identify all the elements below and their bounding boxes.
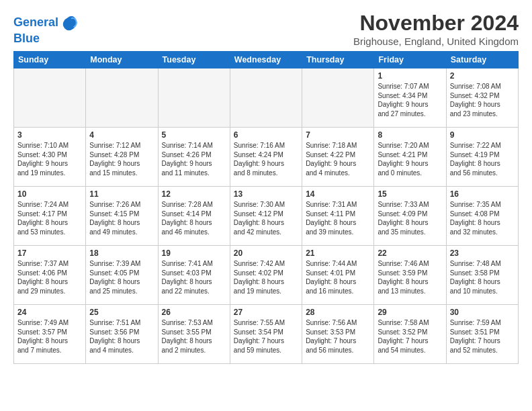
day-number: 7 — [306, 130, 370, 140]
day-info: Sunrise: 7:33 AM Sunset: 4:09 PM Dayligh… — [378, 200, 442, 236]
day-cell: 30Sunrise: 7:59 AM Sunset: 3:51 PM Dayli… — [446, 305, 518, 364]
day-number: 2 — [450, 71, 515, 81]
day-info: Sunrise: 7:41 AM Sunset: 4:03 PM Dayligh… — [162, 259, 226, 295]
day-cell — [158, 68, 230, 128]
day-number: 23 — [450, 248, 515, 258]
day-cell: 14Sunrise: 7:31 AM Sunset: 4:11 PM Dayli… — [302, 187, 374, 246]
day-number: 21 — [306, 248, 370, 258]
page: General Blue November 2024 Brighouse, En… — [0, 0, 532, 411]
header-row: SundayMondayTuesdayWednesdayThursdayFrid… — [14, 52, 519, 68]
day-cell: 28Sunrise: 7:56 AM Sunset: 3:53 PM Dayli… — [302, 305, 374, 364]
day-info: Sunrise: 7:14 AM Sunset: 4:26 PM Dayligh… — [162, 141, 226, 177]
day-info: Sunrise: 7:26 AM Sunset: 4:15 PM Dayligh… — [89, 200, 154, 236]
day-number: 24 — [17, 308, 82, 317]
col-header-thursday: Thursday — [302, 52, 374, 68]
day-cell: 23Sunrise: 7:48 AM Sunset: 3:58 PM Dayli… — [446, 246, 518, 305]
logo: General Blue — [13, 13, 79, 46]
day-info: Sunrise: 7:59 AM Sunset: 3:51 PM Dayligh… — [450, 318, 515, 355]
day-cell: 10Sunrise: 7:24 AM Sunset: 4:17 PM Dayli… — [14, 187, 86, 246]
col-header-tuesday: Tuesday — [158, 52, 230, 68]
day-cell: 18Sunrise: 7:39 AM Sunset: 4:05 PM Dayli… — [86, 246, 158, 305]
logo-line2: Blue — [13, 32, 79, 46]
col-header-saturday: Saturday — [446, 52, 518, 68]
header: General Blue November 2024 Brighouse, En… — [13, 11, 519, 47]
day-cell: 9Sunrise: 7:22 AM Sunset: 4:19 PM Daylig… — [446, 128, 518, 187]
day-cell: 29Sunrise: 7:58 AM Sunset: 3:52 PM Dayli… — [374, 305, 446, 364]
day-info: Sunrise: 7:51 AM Sunset: 3:56 PM Dayligh… — [89, 318, 154, 355]
day-cell: 16Sunrise: 7:35 AM Sunset: 4:08 PM Dayli… — [446, 187, 518, 246]
day-cell: 1Sunrise: 7:07 AM Sunset: 4:34 PM Daylig… — [374, 68, 446, 128]
week-row-3: 17Sunrise: 7:37 AM Sunset: 4:06 PM Dayli… — [14, 246, 519, 305]
day-number: 16 — [450, 189, 515, 199]
day-info: Sunrise: 7:55 AM Sunset: 3:54 PM Dayligh… — [234, 318, 298, 355]
day-cell: 21Sunrise: 7:44 AM Sunset: 4:01 PM Dayli… — [302, 246, 374, 305]
day-info: Sunrise: 7:16 AM Sunset: 4:24 PM Dayligh… — [234, 141, 298, 177]
day-number: 19 — [162, 248, 226, 258]
day-number: 27 — [234, 308, 298, 317]
day-number: 20 — [234, 248, 298, 258]
day-info: Sunrise: 7:18 AM Sunset: 4:22 PM Dayligh… — [306, 141, 370, 177]
day-cell: 7Sunrise: 7:18 AM Sunset: 4:22 PM Daylig… — [302, 128, 374, 187]
day-number: 5 — [162, 130, 226, 140]
day-number: 29 — [378, 308, 442, 317]
day-info: Sunrise: 7:30 AM Sunset: 4:12 PM Dayligh… — [234, 200, 298, 236]
day-info: Sunrise: 7:42 AM Sunset: 4:02 PM Dayligh… — [234, 259, 298, 295]
day-number: 3 — [17, 130, 82, 140]
day-number: 11 — [89, 189, 154, 199]
day-cell: 24Sunrise: 7:49 AM Sunset: 3:57 PM Dayli… — [14, 305, 86, 364]
week-row-1: 3Sunrise: 7:10 AM Sunset: 4:30 PM Daylig… — [14, 128, 519, 187]
day-number: 4 — [89, 130, 154, 140]
day-cell: 27Sunrise: 7:55 AM Sunset: 3:54 PM Dayli… — [230, 305, 302, 364]
day-number: 1 — [378, 71, 442, 81]
day-number: 13 — [234, 189, 298, 199]
location: Brighouse, England, United Kingdom — [353, 36, 519, 47]
day-cell — [230, 68, 302, 128]
week-row-4: 24Sunrise: 7:49 AM Sunset: 3:57 PM Dayli… — [14, 305, 519, 364]
col-header-monday: Monday — [86, 52, 158, 68]
month-title: November 2024 — [353, 11, 519, 36]
day-info: Sunrise: 7:46 AM Sunset: 3:59 PM Dayligh… — [378, 259, 442, 295]
day-info: Sunrise: 7:35 AM Sunset: 4:08 PM Dayligh… — [450, 200, 515, 236]
day-number: 9 — [450, 130, 515, 140]
day-cell: 17Sunrise: 7:37 AM Sunset: 4:06 PM Dayli… — [14, 246, 86, 305]
day-cell: 2Sunrise: 7:08 AM Sunset: 4:32 PM Daylig… — [446, 68, 518, 128]
day-info: Sunrise: 7:20 AM Sunset: 4:21 PM Dayligh… — [378, 141, 442, 177]
day-info: Sunrise: 7:53 AM Sunset: 3:55 PM Dayligh… — [162, 318, 226, 355]
day-cell — [86, 68, 158, 128]
day-info: Sunrise: 7:12 AM Sunset: 4:28 PM Dayligh… — [89, 141, 154, 177]
logo-line1: General — [13, 15, 58, 29]
title-area: November 2024 Brighouse, England, United… — [353, 11, 519, 47]
day-number: 8 — [378, 130, 442, 140]
col-header-wednesday: Wednesday — [230, 52, 302, 68]
day-number: 6 — [234, 130, 298, 140]
day-info: Sunrise: 7:37 AM Sunset: 4:06 PM Dayligh… — [17, 259, 82, 295]
day-cell: 22Sunrise: 7:46 AM Sunset: 3:59 PM Dayli… — [374, 246, 446, 305]
day-number: 28 — [306, 308, 370, 317]
day-cell: 8Sunrise: 7:20 AM Sunset: 4:21 PM Daylig… — [374, 128, 446, 187]
day-number: 14 — [306, 189, 370, 199]
day-info: Sunrise: 7:31 AM Sunset: 4:11 PM Dayligh… — [306, 200, 370, 236]
day-info: Sunrise: 7:24 AM Sunset: 4:17 PM Dayligh… — [17, 200, 82, 236]
day-cell: 19Sunrise: 7:41 AM Sunset: 4:03 PM Dayli… — [158, 246, 230, 305]
day-cell: 12Sunrise: 7:28 AM Sunset: 4:14 PM Dayli… — [158, 187, 230, 246]
col-header-sunday: Sunday — [14, 52, 86, 68]
day-number: 26 — [162, 308, 226, 317]
day-cell: 25Sunrise: 7:51 AM Sunset: 3:56 PM Dayli… — [86, 305, 158, 364]
day-cell: 3Sunrise: 7:10 AM Sunset: 4:30 PM Daylig… — [14, 128, 86, 187]
day-info: Sunrise: 7:48 AM Sunset: 3:58 PM Dayligh… — [450, 259, 515, 295]
week-row-2: 10Sunrise: 7:24 AM Sunset: 4:17 PM Dayli… — [14, 187, 519, 246]
logo-text: General — [13, 16, 58, 30]
day-cell: 4Sunrise: 7:12 AM Sunset: 4:28 PM Daylig… — [86, 128, 158, 187]
day-cell — [302, 68, 374, 128]
day-number: 25 — [89, 308, 154, 317]
day-number: 18 — [89, 248, 154, 258]
day-info: Sunrise: 7:39 AM Sunset: 4:05 PM Dayligh… — [89, 259, 154, 295]
day-info: Sunrise: 7:49 AM Sunset: 3:57 PM Dayligh… — [17, 318, 82, 355]
day-info: Sunrise: 7:22 AM Sunset: 4:19 PM Dayligh… — [450, 141, 515, 177]
col-header-friday: Friday — [374, 52, 446, 68]
day-info: Sunrise: 7:56 AM Sunset: 3:53 PM Dayligh… — [306, 318, 370, 355]
day-number: 22 — [378, 248, 442, 258]
day-number: 12 — [162, 189, 226, 199]
day-cell: 6Sunrise: 7:16 AM Sunset: 4:24 PM Daylig… — [230, 128, 302, 187]
day-info: Sunrise: 7:07 AM Sunset: 4:34 PM Dayligh… — [378, 82, 442, 118]
